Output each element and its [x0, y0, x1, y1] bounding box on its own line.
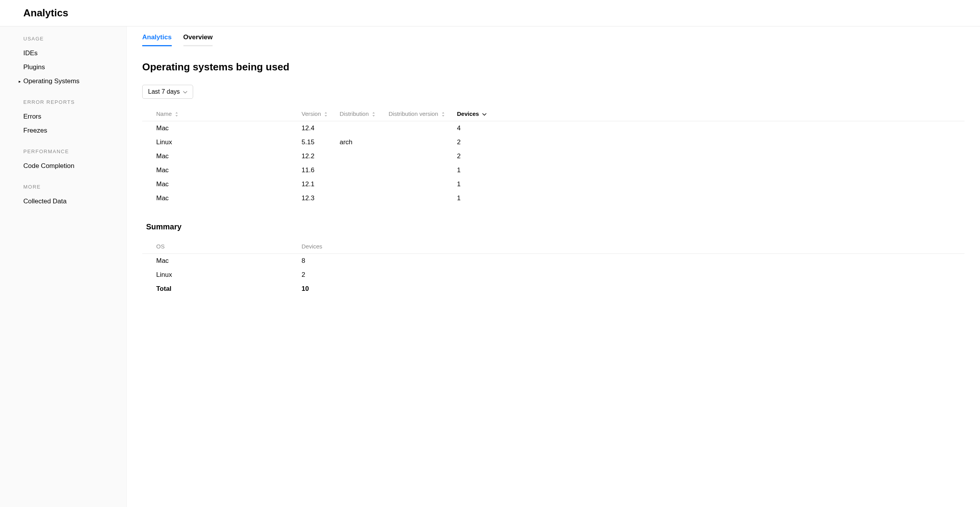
cell-version: 12.3 — [302, 191, 340, 205]
cell-name: Mac — [142, 149, 302, 163]
chevron-down-icon — [183, 88, 187, 95]
cell-name: Mac — [142, 177, 302, 191]
sort-icon — [441, 110, 445, 117]
tab-label: Analytics — [142, 33, 172, 41]
sidebar-item-label: Collected Data — [23, 198, 67, 205]
table-row-total: Total10 — [142, 282, 964, 296]
sidebar-item-errors[interactable]: Errors — [0, 110, 126, 124]
cell-total-label: Total — [142, 282, 302, 296]
table-row: Linux5.15arch2 — [142, 135, 964, 149]
cell-devices: 4 — [457, 121, 964, 136]
cell-version: 12.2 — [302, 149, 340, 163]
sidebar-item-label: IDEs — [23, 49, 38, 57]
cell-os: Linux — [142, 268, 302, 282]
cell-distribution — [340, 191, 389, 205]
th-name[interactable]: Name — [142, 107, 302, 121]
cell-distribution — [340, 121, 389, 136]
cell-distribution-version — [389, 135, 457, 149]
table-row: Mac12.11 — [142, 177, 964, 191]
date-range-dropdown[interactable]: Last 7 days — [142, 85, 193, 99]
table-row: Mac8 — [142, 254, 964, 268]
th-devices: Devices — [302, 239, 964, 254]
cell-distribution-version — [389, 191, 457, 205]
th-label: Devices — [302, 243, 322, 250]
cell-os: Mac — [142, 254, 302, 268]
cell-distribution: arch — [340, 135, 389, 149]
cell-version: 5.15 — [302, 135, 340, 149]
sort-icon — [324, 110, 328, 117]
cell-distribution — [340, 163, 389, 177]
cell-distribution — [340, 177, 389, 191]
sidebar-item-label: Operating Systems — [23, 77, 80, 85]
cell-version: 11.6 — [302, 163, 340, 177]
os-table: Name Version Distribution — [142, 107, 964, 205]
cell-distribution — [340, 149, 389, 163]
cell-name: Linux — [142, 135, 302, 149]
sidebar-section-title: MORE — [0, 184, 126, 190]
th-label: Distribution version — [389, 110, 438, 117]
main-content: Analytics Overview Operating systems bei… — [127, 26, 980, 507]
sidebar-section-more: MORE Collected Data — [0, 184, 126, 208]
th-devices[interactable]: Devices — [457, 107, 964, 121]
cell-version: 12.4 — [302, 121, 340, 136]
sidebar-section-usage: USAGE IDEs Plugins ▸ Operating Systems — [0, 36, 126, 88]
cell-devices: 2 — [302, 268, 964, 282]
cell-distribution-version — [389, 121, 457, 136]
sidebar-item-collected-data[interactable]: Collected Data — [0, 194, 126, 208]
sidebar-section-title: PERFORMANCE — [0, 149, 126, 154]
th-label: Devices — [457, 110, 479, 117]
date-range-label: Last 7 days — [148, 88, 180, 95]
sidebar-item-freezes[interactable]: Freezes — [0, 124, 126, 138]
cell-devices: 1 — [457, 177, 964, 191]
cell-name: Mac — [142, 191, 302, 205]
sidebar-item-label: Plugins — [23, 63, 45, 71]
caret-right-icon: ▸ — [19, 79, 21, 84]
tabs: Analytics Overview — [142, 26, 964, 46]
cell-devices: 1 — [457, 163, 964, 177]
summary-table: OS Devices Mac8Linux2Total10 — [142, 239, 964, 296]
sidebar-item-code-completion[interactable]: Code Completion — [0, 159, 126, 173]
th-label: Distribution — [340, 110, 369, 117]
th-distribution[interactable]: Distribution — [340, 107, 389, 121]
sort-icon — [372, 110, 375, 117]
table-row: Mac11.61 — [142, 163, 964, 177]
cell-distribution-version — [389, 177, 457, 191]
page-title-header: Analytics — [23, 7, 980, 19]
cell-distribution-version — [389, 149, 457, 163]
sort-icon — [175, 110, 178, 117]
sidebar-item-operating-systems[interactable]: ▸ Operating Systems — [0, 74, 126, 88]
table-row: Mac12.31 — [142, 191, 964, 205]
sidebar-section-title: USAGE — [0, 36, 126, 42]
table-row: Mac12.22 — [142, 149, 964, 163]
sidebar-item-plugins[interactable]: Plugins — [0, 60, 126, 74]
summary-title: Summary — [142, 222, 964, 231]
content-title: Operating systems being used — [142, 61, 964, 73]
sidebar-item-ides[interactable]: IDEs — [0, 46, 126, 60]
sidebar-item-label: Errors — [23, 113, 41, 121]
cell-name: Mac — [142, 121, 302, 136]
th-os: OS — [142, 239, 302, 254]
table-row: Mac12.44 — [142, 121, 964, 136]
cell-devices: 2 — [457, 149, 964, 163]
th-label: Version — [302, 110, 321, 117]
th-label: Name — [156, 110, 172, 117]
cell-version: 12.1 — [302, 177, 340, 191]
th-version[interactable]: Version — [302, 107, 340, 121]
sidebar-section-title: ERROR REPORTS — [0, 99, 126, 105]
header: Analytics — [0, 0, 980, 26]
th-label: OS — [156, 243, 165, 250]
sort-desc-icon — [482, 110, 487, 117]
table-row: Linux2 — [142, 268, 964, 282]
cell-distribution-version — [389, 163, 457, 177]
sidebar: USAGE IDEs Plugins ▸ Operating Systems E… — [0, 26, 127, 507]
cell-devices: 1 — [457, 191, 964, 205]
tab-analytics[interactable]: Analytics — [142, 33, 172, 46]
sidebar-section-performance: PERFORMANCE Code Completion — [0, 149, 126, 173]
cell-name: Mac — [142, 163, 302, 177]
sidebar-section-error-reports: ERROR REPORTS Errors Freezes — [0, 99, 126, 138]
cell-devices: 8 — [302, 254, 964, 268]
sidebar-item-label: Code Completion — [23, 162, 74, 170]
cell-devices: 2 — [457, 135, 964, 149]
tab-overview[interactable]: Overview — [183, 33, 213, 46]
th-distribution-version[interactable]: Distribution version — [389, 107, 457, 121]
